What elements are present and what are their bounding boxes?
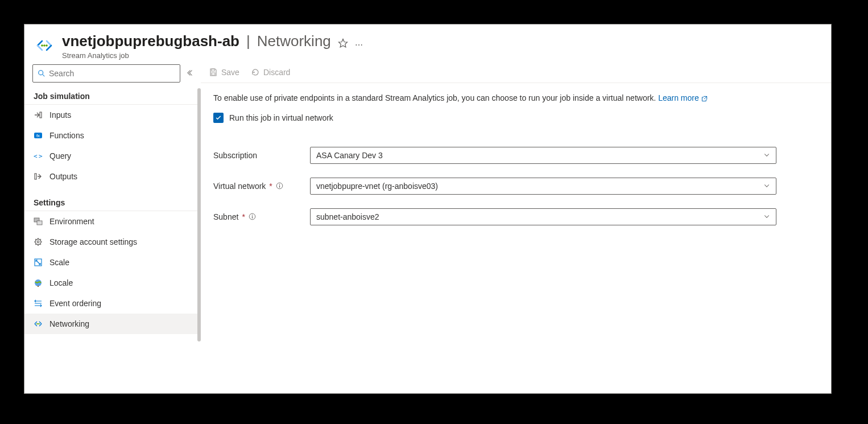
subnet-dropdown[interactable]: subnet-anboisve2 (310, 208, 776, 225)
svg-point-0 (41, 44, 43, 47)
nav-label: Locale (49, 278, 73, 287)
svg-rect-18 (38, 286, 39, 287)
inputs-icon (34, 110, 43, 120)
learn-more-link[interactable]: Learn more (658, 93, 707, 102)
svg-rect-6 (40, 112, 42, 118)
info-icon[interactable] (276, 182, 284, 190)
sidebar-item-networking[interactable]: Networking (24, 314, 201, 334)
collapse-sidebar-icon[interactable] (186, 69, 193, 78)
window: vnetjobpuprebugbash-ab | Networking ⋯ St… (24, 24, 832, 394)
favorite-star-icon[interactable] (338, 38, 348, 51)
nav-label: Query (49, 151, 71, 160)
page-header: vnetjobpuprebugbash-ab | Networking ⋯ St… (24, 24, 831, 64)
svg-point-25 (279, 184, 280, 184)
vnet-value: vnetjobpupre-vnet (rg-anboisve03) (316, 182, 438, 191)
environment-icon (34, 217, 43, 226)
save-icon (209, 68, 218, 77)
subnet-value: subnet-anboisve2 (316, 212, 379, 221)
more-actions-icon[interactable]: ⋯ (355, 40, 364, 50)
svg-rect-23 (212, 73, 215, 75)
scale-icon (34, 258, 43, 267)
svg-text:<: < (34, 153, 38, 160)
main-content: Save Discard To enable use of private en… (201, 64, 831, 393)
svg-point-2 (46, 44, 48, 47)
resource-icon (35, 36, 54, 55)
sidebar-group-job-simulation: Job simulation (24, 86, 201, 105)
check-icon (215, 114, 222, 121)
chevron-down-icon (763, 212, 770, 221)
nav-label: Event ordering (49, 299, 101, 308)
sidebar-item-outputs[interactable]: Outputs (24, 166, 201, 187)
blade-title: Networking (257, 32, 331, 50)
svg-rect-11 (35, 174, 36, 179)
nav-label: Scale (49, 258, 69, 267)
sidebar: Job simulation Inputs fx Functions <> (24, 64, 201, 393)
svg-rect-29 (252, 216, 253, 219)
svg-point-28 (252, 215, 253, 215)
subscription-value: ASA Canary Dev 3 (316, 151, 383, 160)
nav-label: Functions (49, 131, 84, 140)
chevron-down-icon (763, 182, 770, 191)
discard-icon (251, 68, 260, 77)
query-icon: <> (34, 151, 43, 160)
discard-label: Discard (263, 68, 290, 77)
networking-icon (34, 319, 43, 328)
save-label: Save (221, 68, 239, 77)
sidebar-item-functions[interactable]: fx Functions (24, 125, 201, 146)
discard-button[interactable]: Discard (251, 68, 290, 77)
globe-icon (34, 278, 43, 287)
svg-text:>: > (39, 153, 43, 160)
save-button[interactable]: Save (209, 68, 239, 77)
svg-point-20 (38, 323, 39, 324)
svg-rect-26 (279, 186, 280, 188)
nav-label: Environment (49, 217, 94, 226)
chevron-down-icon (763, 151, 770, 160)
description-body: To enable use of private endpoints in a … (213, 93, 658, 102)
gear-icon (34, 237, 43, 246)
sidebar-item-inputs[interactable]: Inputs (24, 105, 201, 125)
svg-point-15 (37, 241, 39, 243)
svg-point-19 (36, 323, 38, 324)
vnet-dropdown[interactable]: vnetjobpupre-vnet (rg-anboisve03) (310, 178, 776, 195)
resource-type: Stream Analytics job (62, 51, 821, 60)
sidebar-search[interactable] (32, 64, 180, 83)
learn-more-label: Learn more (658, 93, 699, 102)
info-icon[interactable] (249, 213, 257, 221)
svg-point-14 (35, 239, 41, 245)
svg-marker-3 (338, 39, 347, 47)
sidebar-item-query[interactable]: <> Query (24, 146, 201, 166)
resource-name: vnetjobpuprebugbash-ab (62, 32, 239, 50)
required-asterisk: * (242, 212, 245, 221)
search-input[interactable] (49, 69, 175, 78)
event-ordering-icon (34, 299, 43, 308)
sidebar-item-event-ordering[interactable]: Event ordering (24, 293, 201, 314)
svg-line-5 (43, 75, 45, 77)
outputs-icon (34, 172, 43, 181)
description-text: To enable use of private endpoints in a … (213, 92, 771, 104)
subnet-label: Subnet * (213, 212, 304, 221)
nav-label: Outputs (49, 172, 77, 181)
svg-rect-13 (37, 221, 42, 225)
run-in-vnet-checkbox[interactable] (213, 113, 224, 123)
sidebar-item-locale[interactable]: Locale (24, 273, 201, 293)
subscription-dropdown[interactable]: ASA Canary Dev 3 (310, 147, 776, 164)
svg-text:fx: fx (36, 133, 40, 138)
subscription-label: Subscription (213, 151, 304, 160)
sidebar-item-storage[interactable]: Storage account settings (24, 232, 201, 252)
nav-label: Networking (49, 319, 89, 328)
external-link-icon (701, 96, 708, 102)
sidebar-scrollbar[interactable] (197, 88, 201, 341)
sidebar-group-settings: Settings (24, 192, 201, 211)
sidebar-item-environment[interactable]: Environment (24, 211, 201, 232)
nav-label: Storage account settings (49, 237, 137, 246)
sidebar-item-scale[interactable]: Scale (24, 252, 201, 273)
required-asterisk: * (269, 182, 272, 191)
functions-icon: fx (34, 131, 43, 140)
nav-label: Inputs (49, 110, 71, 120)
command-bar: Save Discard (201, 64, 831, 83)
svg-point-21 (39, 323, 40, 324)
svg-point-1 (43, 44, 46, 47)
search-icon (38, 69, 46, 77)
svg-point-4 (39, 71, 43, 75)
vnet-label: Virtual network * (213, 182, 304, 191)
